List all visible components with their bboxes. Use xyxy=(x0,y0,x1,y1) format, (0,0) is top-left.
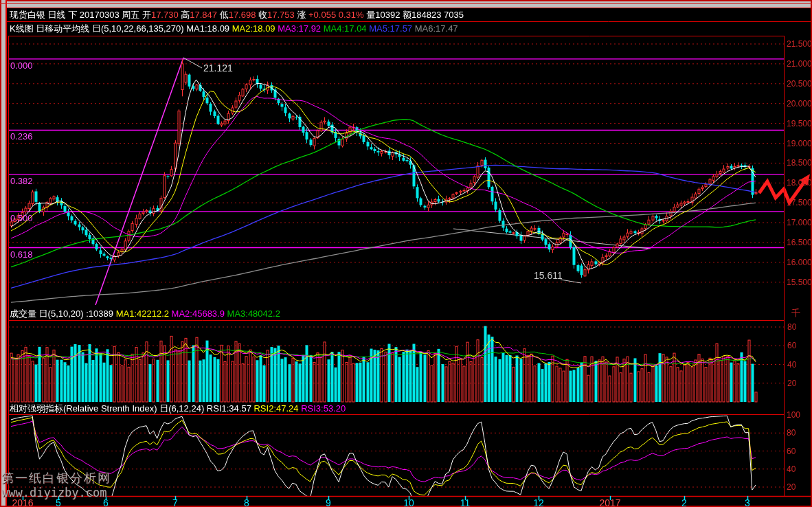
price-axis-label: 19.500 xyxy=(787,119,812,128)
price-axis-label: 19.000 xyxy=(787,139,812,148)
volume-axis-label: 20 xyxy=(787,379,796,388)
rsi-indicator-header: 相对强弱指标(Relative Strenth Index) 日(6,12,24… xyxy=(10,403,346,415)
title-segment: 17.698 xyxy=(229,10,258,20)
title-segment: 量10392 额184823 7035 xyxy=(366,10,464,20)
price-axis-label: 15.500 xyxy=(787,278,812,287)
volume-header-segment: MA2:45683.9 xyxy=(172,308,227,319)
window-frame-top-accent xyxy=(0,3,812,4)
volume-header-segment: MA1:42212.2 xyxy=(116,308,172,319)
rsi-header-segment: RSI2:47.24 xyxy=(253,403,301,414)
fib-level-label: 0.382 xyxy=(10,176,33,186)
peak-price-annotation: 21.121 xyxy=(203,63,233,74)
price-axis-label: 17.000 xyxy=(787,218,812,227)
x-axis-month-label: 12 xyxy=(533,497,544,507)
chart-canvas[interactable] xyxy=(0,0,812,507)
rsi-header-segment: RSI3:53.20 xyxy=(301,403,346,414)
price-axis-label: 17.500 xyxy=(787,198,812,207)
window-frame-left xyxy=(0,0,7,507)
fib-level-label: 0.236 xyxy=(10,131,33,142)
rsi-axis-label: 80 xyxy=(787,428,796,438)
title-segment: 收 xyxy=(258,10,267,20)
price-axis-label: 18.000 xyxy=(787,178,812,188)
x-axis-year-label: 2017 xyxy=(599,497,620,507)
volume-unit-label: 千 xyxy=(791,307,800,319)
title-segment: 17.847 xyxy=(190,10,219,20)
price-axis-label: 20.000 xyxy=(787,99,812,109)
title-segment: 17.730 xyxy=(151,10,181,20)
title-segment: 涨 xyxy=(297,10,308,20)
rsi-axis-label: 60 xyxy=(787,447,796,456)
price-axis-label: 16.000 xyxy=(787,258,812,267)
title-segment: 现货白银 日线 下 20170303 周五 xyxy=(10,10,142,20)
kline-header-segment: MA3:17.92 xyxy=(278,23,324,34)
kline-header-segment: MA6:17.47 xyxy=(415,23,458,34)
kline-header-segment: MA5:17.57 xyxy=(369,23,415,34)
rsi-axis-label: 100 xyxy=(787,410,800,420)
title-segment: 低 xyxy=(220,10,229,20)
x-axis-month-label: 10 xyxy=(403,497,414,507)
x-axis-month-label: 8 xyxy=(244,497,249,507)
kline-indicator-header: K线图 日移动平均线 日(5,10,22,66,135,270) MA1:18.… xyxy=(10,23,458,35)
trough-price-annotation: 15.611 xyxy=(534,270,563,281)
rsi-axis-label: 20 xyxy=(787,482,796,492)
kline-header-segment: MA2:18.09 xyxy=(232,23,278,34)
volume-axis-label: 80 xyxy=(787,322,796,332)
title-segment: 开 xyxy=(142,10,151,20)
volume-header-segment: 成交量 日(5,10,20) :10389 xyxy=(10,308,116,319)
title-segment: 17.753 xyxy=(267,10,297,20)
volume-header-segment: MA3:48042.2 xyxy=(227,308,280,319)
x-axis-month-label: 2 xyxy=(681,497,687,507)
x-axis-month-label: 3 xyxy=(745,497,750,507)
volume-indicator-header: 成交量 日(5,10,20) :10389 MA1:42212.2 MA2:45… xyxy=(10,308,280,320)
x-axis-month-label: 7 xyxy=(172,497,178,507)
kline-header-segment: K线图 日移动平均线 日(5,10,22,66,135,270) xyxy=(10,23,186,34)
x-axis-month-label: 9 xyxy=(326,497,331,507)
x-axis-month-label: 11 xyxy=(460,497,471,507)
price-axis-label: 21.000 xyxy=(787,59,812,69)
price-axis-label: 18.500 xyxy=(787,158,812,168)
title-bar: 现货白银 日线 下 20170303 周五 开17.730 高17.847 低1… xyxy=(10,9,464,21)
watermark-site-url: www.diyizby.com xyxy=(1,486,107,499)
rsi-header-segment: RSI1:34.57 xyxy=(207,403,254,414)
kline-header-segment: MA4:17.04 xyxy=(324,23,370,34)
price-axis-label: 20.500 xyxy=(787,79,812,89)
rsi-axis-label: 40 xyxy=(787,464,796,474)
title-segment: +0.055 0.31% xyxy=(308,10,366,20)
kline-header-segment: MA1:18.09 xyxy=(186,23,232,34)
volume-axis-label: 40 xyxy=(787,360,796,370)
title-segment: 高 xyxy=(181,10,190,20)
app-window: 现货白银 日线 下 20170303 周五 开17.730 高17.847 低1… xyxy=(0,0,812,507)
fib-level-label: 0.500 xyxy=(10,213,33,223)
rsi-header-segment: 相对强弱指标(Relative Strenth Index) 日(6,12,24… xyxy=(10,403,207,414)
price-axis-label: 21.500 xyxy=(787,39,812,49)
watermark-site-name: 第一纸白银分析网 xyxy=(1,470,111,486)
window-frame-top xyxy=(0,0,812,8)
fib-level-label: 0.618 xyxy=(10,249,33,260)
volume-axis-label: 60 xyxy=(787,341,796,350)
price-axis-label: 16.500 xyxy=(787,238,812,247)
fib-level-label: 0.000 xyxy=(10,60,33,71)
